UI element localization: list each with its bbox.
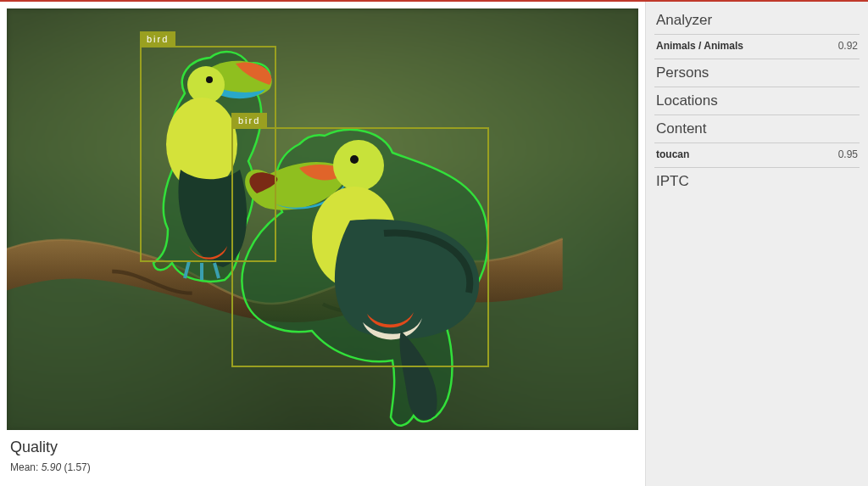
- section-analyzer-title: Analyzer: [654, 7, 860, 34]
- quality-mean-value: 5.90: [42, 461, 61, 473]
- app-root: bird bird Quality Mean: 5.90 (1.57) Anal…: [0, 2, 868, 486]
- section-locations-title: Locations: [654, 87, 860, 115]
- quality-mean-label: Mean:: [10, 461, 38, 473]
- image-viewer[interactable]: bird bird: [7, 8, 638, 430]
- content-row-score: 0.95: [838, 148, 858, 160]
- section-analyzer[interactable]: Analyzer: [654, 7, 860, 35]
- section-content[interactable]: Content: [654, 115, 860, 143]
- main-panel: bird bird Quality Mean: 5.90 (1.57): [0, 2, 645, 486]
- section-persons-title: Persons: [654, 59, 860, 87]
- quality-mean-line: Mean: 5.90 (1.57): [10, 461, 635, 473]
- sidebar: Analyzer Animals / Animals 0.92 Persons …: [645, 2, 868, 486]
- content-row-label: toucan: [656, 148, 689, 160]
- quality-mean-std: (1.57): [64, 461, 90, 473]
- quality-panel: Quality Mean: 5.90 (1.57): [7, 430, 638, 477]
- section-iptc[interactable]: IPTC: [654, 168, 860, 195]
- quality-title: Quality: [10, 439, 635, 456]
- detection-label-2: bird: [231, 113, 267, 128]
- content-row[interactable]: toucan 0.95: [654, 143, 860, 168]
- analyzer-row-score: 0.92: [838, 40, 858, 52]
- section-iptc-title: IPTC: [654, 168, 860, 195]
- section-locations[interactable]: Locations: [654, 87, 860, 115]
- section-content-title: Content: [654, 115, 860, 142]
- detection-box-2[interactable]: bird: [231, 127, 489, 367]
- analyzer-row[interactable]: Animals / Animals 0.92: [654, 35, 860, 59]
- section-persons[interactable]: Persons: [654, 59, 860, 87]
- detection-label-1: bird: [140, 31, 175, 47]
- analyzer-row-label: Animals / Animals: [656, 40, 743, 52]
